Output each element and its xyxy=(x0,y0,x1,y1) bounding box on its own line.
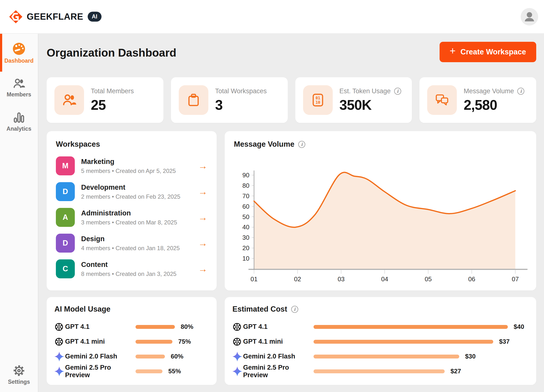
sidebar-item-dashboard[interactable]: Dashboard xyxy=(0,43,38,64)
brand-logo: GEEKFLARE AI xyxy=(9,10,102,24)
cost-bar xyxy=(314,340,493,344)
cost-bar xyxy=(314,325,508,329)
workspaces-card: Workspaces M Marketing 5 members • Creat… xyxy=(47,131,217,290)
workspace-avatar: C xyxy=(56,259,75,278)
stat-card-total-workspaces: Total Workspaces 3 xyxy=(171,77,288,123)
workspace-name: Administration xyxy=(81,209,177,217)
stat-label: Total Workspaces xyxy=(215,87,267,95)
workspace-avatar: A xyxy=(56,208,75,227)
info-icon[interactable] xyxy=(291,306,298,313)
stat-value: 2,580 xyxy=(464,97,524,113)
usage-bar xyxy=(136,340,172,344)
openai-icon xyxy=(232,337,243,346)
stat-value: 350K xyxy=(340,97,401,113)
sidebar-item-analytics[interactable]: Analytics xyxy=(0,112,38,132)
svg-text:03: 03 xyxy=(338,275,345,283)
usage-row-gpt41: GPT 4.1 80% xyxy=(54,319,209,334)
usage-percent: 60% xyxy=(171,353,183,360)
create-workspace-button[interactable]: Create Workspace xyxy=(440,42,536,62)
workspace-row-development[interactable]: D Development 2 members • Created on Feb… xyxy=(56,182,207,201)
gemini-icon xyxy=(54,352,65,361)
usage-percent: 80% xyxy=(181,323,193,331)
cost-value: $30 xyxy=(465,353,476,360)
stat-card-message-volume: Message Volume 2,580 xyxy=(419,77,536,123)
sidebar-item-settings[interactable]: Settings xyxy=(0,365,38,385)
usage-bar xyxy=(136,355,165,358)
stat-label: Message Volume xyxy=(464,87,514,95)
arrow-right-icon[interactable] xyxy=(198,264,207,274)
svg-text:07: 07 xyxy=(512,275,519,283)
workspace-row-administration[interactable]: A Administration 3 members • Created on … xyxy=(56,208,207,227)
cost-value: $40 xyxy=(514,323,524,331)
workspace-name: Marketing xyxy=(81,158,176,166)
message-volume-card: Message Volume 1020304050607080900102030… xyxy=(225,131,536,290)
workspace-name: Development xyxy=(81,183,180,191)
usage-row-gemini25: Gemini 2.5 Pro Preview 55% xyxy=(54,364,209,379)
usage-title: AI Model Usage xyxy=(54,305,209,314)
geekflare-logo-icon xyxy=(9,10,23,24)
stat-icon-chip: 01 10 xyxy=(303,85,333,115)
chat-bubbles-icon xyxy=(435,94,449,106)
arrow-right-icon[interactable] xyxy=(198,238,207,248)
model-name: Gemini 2.0 Flash xyxy=(243,353,314,360)
members-icon xyxy=(13,78,25,89)
workspace-row-design[interactable]: D Design 4 members • Created on Jan 18, … xyxy=(56,234,207,253)
sidebar-item-label: Dashboard xyxy=(4,58,34,64)
sidebar: Dashboard Members Analytics Set xyxy=(0,34,38,392)
brand-name: GEEKFLARE xyxy=(27,12,83,22)
stat-card-total-members: Total Members 25 xyxy=(47,77,163,123)
sidebar-item-members[interactable]: Members xyxy=(0,78,38,98)
workspace-meta: 5 members • Created on Apr 5, 2025 xyxy=(81,168,176,174)
arrow-right-icon[interactable] xyxy=(198,212,207,223)
openai-icon xyxy=(54,337,65,346)
user-avatar[interactable] xyxy=(521,8,538,26)
usage-bar xyxy=(136,325,175,329)
stats-row: Total Members 25 Total Workspaces 3 xyxy=(47,77,536,123)
svg-text:70: 70 xyxy=(242,192,249,200)
usage-percent: 75% xyxy=(178,338,191,345)
cost-title: Estimated Cost xyxy=(232,305,287,314)
usage-percent: 55% xyxy=(168,367,181,375)
svg-text:20: 20 xyxy=(242,244,249,252)
main-content: Organization Dashboard Create Workspace … xyxy=(39,34,544,392)
ai-model-usage-card: AI Model Usage xyxy=(47,297,217,385)
svg-text:80: 80 xyxy=(242,182,249,189)
svg-text:50: 50 xyxy=(242,213,249,221)
binary-token-icon: 01 10 xyxy=(312,93,324,107)
plus-icon xyxy=(450,48,456,56)
usage-bar-list: GPT 4.1 80% xyxy=(54,319,209,379)
arrow-right-icon[interactable] xyxy=(198,161,207,171)
workspace-name: Content xyxy=(81,261,177,269)
cost-row-gpt41mini: GPT 4.1 mini $37 xyxy=(232,334,528,349)
arrow-right-icon[interactable] xyxy=(198,187,207,197)
workspace-name: Design xyxy=(81,235,180,243)
model-name: GPT 4.1 xyxy=(65,323,136,331)
workspace-row-marketing[interactable]: M Marketing 5 members • Created on Apr 5… xyxy=(56,156,207,175)
cost-bar xyxy=(314,355,459,358)
sidebar-item-label: Analytics xyxy=(7,126,31,132)
svg-text:05: 05 xyxy=(425,275,432,283)
model-name: Gemini 2.5 Pro Preview xyxy=(243,364,314,379)
workspace-meta: 3 members • Created on Mar 8, 2025 xyxy=(81,219,177,226)
svg-text:02: 02 xyxy=(294,275,301,283)
info-icon[interactable] xyxy=(394,88,401,95)
gemini-icon xyxy=(232,352,243,361)
stat-card-token-usage: 01 10 Est. Token Usage 350K xyxy=(295,77,412,123)
create-workspace-label: Create Workspace xyxy=(460,48,526,56)
usage-row-gpt41mini: GPT 4.1 mini 75% xyxy=(54,334,209,349)
stat-label: Est. Token Usage xyxy=(340,87,391,95)
svg-text:01: 01 xyxy=(251,275,258,283)
usage-row-gemini20: Gemini 2.0 Flash 60% xyxy=(54,349,209,364)
usage-bar xyxy=(136,369,162,373)
workspace-row-content[interactable]: C Content 8 members • Created on Jan 3, … xyxy=(56,259,207,278)
cost-row-gemini25: Gemini 2.5 Pro Preview $27 xyxy=(232,364,528,379)
info-icon[interactable] xyxy=(298,141,305,148)
analytics-bars-icon xyxy=(13,112,25,123)
stat-icon-chip xyxy=(179,85,208,115)
info-icon[interactable] xyxy=(517,88,524,95)
cost-value: $37 xyxy=(499,338,510,345)
svg-text:30: 30 xyxy=(242,234,249,241)
active-item-indicator xyxy=(0,34,2,72)
workspaces-list: M Marketing 5 members • Created on Apr 5… xyxy=(56,156,207,278)
svg-text:60: 60 xyxy=(242,203,249,210)
